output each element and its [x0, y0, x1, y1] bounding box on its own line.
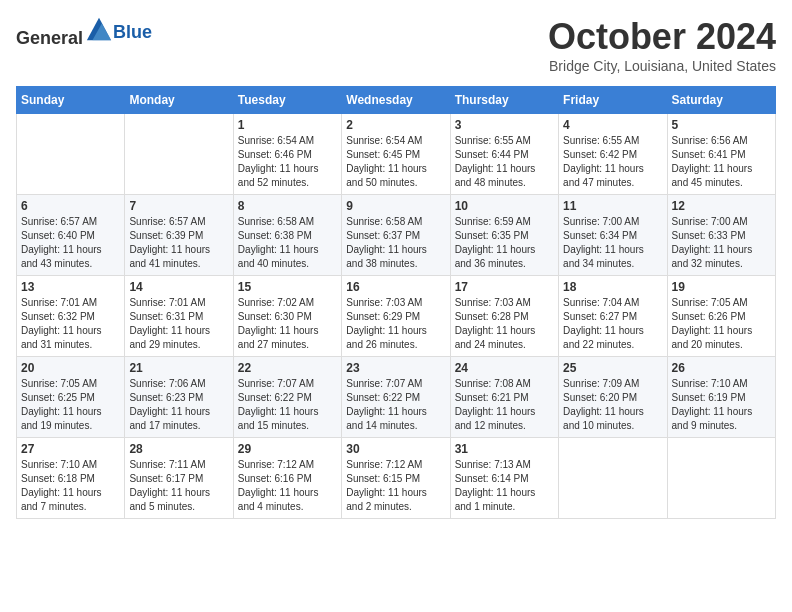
calendar-cell: 17Sunrise: 7:03 AM Sunset: 6:28 PM Dayli…: [450, 276, 558, 357]
calendar-cell: 6Sunrise: 6:57 AM Sunset: 6:40 PM Daylig…: [17, 195, 125, 276]
title-area: October 2024 Bridge City, Louisiana, Uni…: [548, 16, 776, 74]
calendar-row: 13Sunrise: 7:01 AM Sunset: 6:32 PM Dayli…: [17, 276, 776, 357]
calendar-row: 20Sunrise: 7:05 AM Sunset: 6:25 PM Dayli…: [17, 357, 776, 438]
day-info: Sunrise: 6:56 AM Sunset: 6:41 PM Dayligh…: [672, 134, 771, 190]
col-friday: Friday: [559, 87, 667, 114]
calendar-cell: 29Sunrise: 7:12 AM Sunset: 6:16 PM Dayli…: [233, 438, 341, 519]
calendar-cell: 25Sunrise: 7:09 AM Sunset: 6:20 PM Dayli…: [559, 357, 667, 438]
calendar-cell: 23Sunrise: 7:07 AM Sunset: 6:22 PM Dayli…: [342, 357, 450, 438]
day-number: 23: [346, 361, 445, 375]
day-number: 7: [129, 199, 228, 213]
calendar-cell: 26Sunrise: 7:10 AM Sunset: 6:19 PM Dayli…: [667, 357, 775, 438]
day-info: Sunrise: 7:13 AM Sunset: 6:14 PM Dayligh…: [455, 458, 554, 514]
day-number: 8: [238, 199, 337, 213]
day-number: 9: [346, 199, 445, 213]
day-number: 28: [129, 442, 228, 456]
day-number: 29: [238, 442, 337, 456]
col-saturday: Saturday: [667, 87, 775, 114]
day-number: 17: [455, 280, 554, 294]
calendar-cell: 18Sunrise: 7:04 AM Sunset: 6:27 PM Dayli…: [559, 276, 667, 357]
day-info: Sunrise: 7:03 AM Sunset: 6:28 PM Dayligh…: [455, 296, 554, 352]
calendar-cell: 3Sunrise: 6:55 AM Sunset: 6:44 PM Daylig…: [450, 114, 558, 195]
day-info: Sunrise: 6:55 AM Sunset: 6:44 PM Dayligh…: [455, 134, 554, 190]
day-number: 16: [346, 280, 445, 294]
day-number: 14: [129, 280, 228, 294]
day-number: 15: [238, 280, 337, 294]
location-subtitle: Bridge City, Louisiana, United States: [548, 58, 776, 74]
day-number: 11: [563, 199, 662, 213]
calendar-cell: 14Sunrise: 7:01 AM Sunset: 6:31 PM Dayli…: [125, 276, 233, 357]
col-monday: Monday: [125, 87, 233, 114]
day-number: 6: [21, 199, 120, 213]
calendar-cell: 8Sunrise: 6:58 AM Sunset: 6:38 PM Daylig…: [233, 195, 341, 276]
calendar-cell: 24Sunrise: 7:08 AM Sunset: 6:21 PM Dayli…: [450, 357, 558, 438]
day-info: Sunrise: 7:03 AM Sunset: 6:29 PM Dayligh…: [346, 296, 445, 352]
calendar-cell: 9Sunrise: 6:58 AM Sunset: 6:37 PM Daylig…: [342, 195, 450, 276]
day-info: Sunrise: 6:54 AM Sunset: 6:45 PM Dayligh…: [346, 134, 445, 190]
day-info: Sunrise: 7:04 AM Sunset: 6:27 PM Dayligh…: [563, 296, 662, 352]
calendar-cell: 4Sunrise: 6:55 AM Sunset: 6:42 PM Daylig…: [559, 114, 667, 195]
day-number: 21: [129, 361, 228, 375]
logo-blue: Blue: [113, 22, 152, 42]
day-info: Sunrise: 6:58 AM Sunset: 6:38 PM Dayligh…: [238, 215, 337, 271]
day-number: 5: [672, 118, 771, 132]
calendar-row: 6Sunrise: 6:57 AM Sunset: 6:40 PM Daylig…: [17, 195, 776, 276]
calendar-cell: [125, 114, 233, 195]
day-number: 26: [672, 361, 771, 375]
col-thursday: Thursday: [450, 87, 558, 114]
logo: General Blue: [16, 16, 152, 49]
day-info: Sunrise: 7:10 AM Sunset: 6:19 PM Dayligh…: [672, 377, 771, 433]
day-info: Sunrise: 7:09 AM Sunset: 6:20 PM Dayligh…: [563, 377, 662, 433]
day-info: Sunrise: 6:59 AM Sunset: 6:35 PM Dayligh…: [455, 215, 554, 271]
calendar-table: Sunday Monday Tuesday Wednesday Thursday…: [16, 86, 776, 519]
calendar-cell: 20Sunrise: 7:05 AM Sunset: 6:25 PM Dayli…: [17, 357, 125, 438]
col-wednesday: Wednesday: [342, 87, 450, 114]
day-number: 18: [563, 280, 662, 294]
header-area: General Blue October 2024 Bridge City, L…: [16, 16, 776, 74]
calendar-cell: 2Sunrise: 6:54 AM Sunset: 6:45 PM Daylig…: [342, 114, 450, 195]
day-info: Sunrise: 7:06 AM Sunset: 6:23 PM Dayligh…: [129, 377, 228, 433]
day-number: 3: [455, 118, 554, 132]
day-info: Sunrise: 6:57 AM Sunset: 6:39 PM Dayligh…: [129, 215, 228, 271]
header-row: Sunday Monday Tuesday Wednesday Thursday…: [17, 87, 776, 114]
calendar-cell: 30Sunrise: 7:12 AM Sunset: 6:15 PM Dayli…: [342, 438, 450, 519]
calendar-cell: 19Sunrise: 7:05 AM Sunset: 6:26 PM Dayli…: [667, 276, 775, 357]
calendar-cell: 28Sunrise: 7:11 AM Sunset: 6:17 PM Dayli…: [125, 438, 233, 519]
day-number: 2: [346, 118, 445, 132]
day-info: Sunrise: 7:01 AM Sunset: 6:31 PM Dayligh…: [129, 296, 228, 352]
day-number: 22: [238, 361, 337, 375]
day-number: 19: [672, 280, 771, 294]
calendar-cell: 11Sunrise: 7:00 AM Sunset: 6:34 PM Dayli…: [559, 195, 667, 276]
day-number: 24: [455, 361, 554, 375]
col-tuesday: Tuesday: [233, 87, 341, 114]
day-info: Sunrise: 7:00 AM Sunset: 6:34 PM Dayligh…: [563, 215, 662, 271]
calendar-cell: 15Sunrise: 7:02 AM Sunset: 6:30 PM Dayli…: [233, 276, 341, 357]
calendar-cell: 7Sunrise: 6:57 AM Sunset: 6:39 PM Daylig…: [125, 195, 233, 276]
logo-icon: [85, 16, 113, 44]
day-info: Sunrise: 7:12 AM Sunset: 6:15 PM Dayligh…: [346, 458, 445, 514]
day-info: Sunrise: 7:01 AM Sunset: 6:32 PM Dayligh…: [21, 296, 120, 352]
calendar-cell: 5Sunrise: 6:56 AM Sunset: 6:41 PM Daylig…: [667, 114, 775, 195]
logo-general: General: [16, 28, 83, 48]
day-info: Sunrise: 7:11 AM Sunset: 6:17 PM Dayligh…: [129, 458, 228, 514]
day-info: Sunrise: 7:05 AM Sunset: 6:25 PM Dayligh…: [21, 377, 120, 433]
day-number: 10: [455, 199, 554, 213]
calendar-cell: 27Sunrise: 7:10 AM Sunset: 6:18 PM Dayli…: [17, 438, 125, 519]
calendar-cell: 1Sunrise: 6:54 AM Sunset: 6:46 PM Daylig…: [233, 114, 341, 195]
day-info: Sunrise: 7:12 AM Sunset: 6:16 PM Dayligh…: [238, 458, 337, 514]
calendar-body: 1Sunrise: 6:54 AM Sunset: 6:46 PM Daylig…: [17, 114, 776, 519]
calendar-cell: [667, 438, 775, 519]
day-number: 1: [238, 118, 337, 132]
calendar-cell: 13Sunrise: 7:01 AM Sunset: 6:32 PM Dayli…: [17, 276, 125, 357]
day-info: Sunrise: 6:55 AM Sunset: 6:42 PM Dayligh…: [563, 134, 662, 190]
calendar-cell: 22Sunrise: 7:07 AM Sunset: 6:22 PM Dayli…: [233, 357, 341, 438]
day-info: Sunrise: 6:57 AM Sunset: 6:40 PM Dayligh…: [21, 215, 120, 271]
day-number: 31: [455, 442, 554, 456]
day-info: Sunrise: 7:07 AM Sunset: 6:22 PM Dayligh…: [346, 377, 445, 433]
day-info: Sunrise: 7:02 AM Sunset: 6:30 PM Dayligh…: [238, 296, 337, 352]
calendar-cell: 12Sunrise: 7:00 AM Sunset: 6:33 PM Dayli…: [667, 195, 775, 276]
month-title: October 2024: [548, 16, 776, 58]
day-number: 13: [21, 280, 120, 294]
day-info: Sunrise: 7:08 AM Sunset: 6:21 PM Dayligh…: [455, 377, 554, 433]
day-number: 4: [563, 118, 662, 132]
